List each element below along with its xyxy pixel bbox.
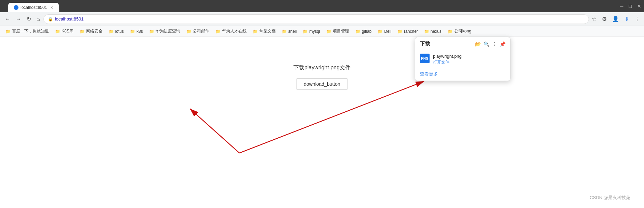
folder-icon: 📁 <box>326 29 331 34</box>
bookmark-label: lotus <box>115 29 124 34</box>
bookmark-label: 百度一下，你就知道 <box>12 28 49 34</box>
tab-title: localhost:8501 <box>21 5 47 10</box>
nav-bar: ← → ↻ ⌂ 🔒 localhost:8501 ☆ ⚙ 👤 ⇓ ⋮ <box>0 12 644 26</box>
bookmark-label: 公司kong <box>454 28 471 34</box>
download-icon[interactable]: ⇓ <box>623 14 630 24</box>
tab-area: localhost:8501 ✕ <box>8 0 617 12</box>
lock-icon: 🔒 <box>48 17 53 22</box>
folder-icon: 📁 <box>5 29 11 34</box>
tab-close-button[interactable]: ✕ <box>50 5 53 10</box>
download-item: PNG playwright.png 打开文件 <box>415 50 510 69</box>
bookmark-huawei-talent[interactable]: 📁 华为人才在线 <box>213 27 249 35</box>
bookmark-label: Dell <box>384 29 391 34</box>
bookmark-label: 华为进度查询 <box>156 28 180 34</box>
bookmark-mysql[interactable]: 📁 mysql <box>300 28 323 35</box>
folder-icon: 📁 <box>130 29 135 34</box>
maximize-icon[interactable]: □ <box>629 3 632 9</box>
download-panel-icons: 📂 🔍 ⋮ 📌 <box>475 41 505 47</box>
back-button[interactable]: ← <box>3 15 12 24</box>
refresh-button[interactable]: ↻ <box>25 14 33 24</box>
folder-icon: 📁 <box>55 29 60 34</box>
folder-icon: 📁 <box>397 29 403 34</box>
home-button[interactable]: ⌂ <box>35 15 42 24</box>
download-filename: playwright.png <box>433 54 462 59</box>
menu-icon[interactable]: ⋮ <box>633 14 641 24</box>
bookmark-project-mgmt[interactable]: 📁 项目管理 <box>324 27 352 35</box>
star-icon[interactable]: ☆ <box>590 14 598 24</box>
bookmark-k8slib[interactable]: 📁 K8S库 <box>52 27 76 35</box>
bookmark-label: 公司邮件 <box>193 28 209 34</box>
bookmark-huawei-progress[interactable]: 📁 华为进度查询 <box>146 27 183 35</box>
folder-open-icon[interactable]: 📂 <box>475 41 481 47</box>
bookmarks-bar: 📁 百度一下，你就知道 📁 K8S库 📁 网络安全 📁 lotus 📁 k8s … <box>0 26 644 37</box>
see-more-link[interactable]: 查看更多 <box>420 71 438 77</box>
address-text: localhost:8501 <box>55 16 84 22</box>
bookmark-label: rancher <box>404 29 418 34</box>
bookmark-company-mail[interactable]: 📁 公司邮件 <box>184 27 212 35</box>
active-tab[interactable]: localhost:8501 ✕ <box>8 3 59 12</box>
folder-icon: 📁 <box>303 29 308 34</box>
bookmark-dell[interactable]: 📁 Dell <box>375 28 394 35</box>
tab-favicon <box>14 5 18 10</box>
nav-right-icons: ☆ ⚙ 👤 ⇓ ⋮ <box>590 14 641 24</box>
bookmark-label: shell <box>288 29 297 34</box>
bookmark-label: k8s <box>136 29 143 34</box>
minimize-icon[interactable]: ─ <box>620 3 623 9</box>
bookmark-label: 项目管理 <box>333 28 349 34</box>
download-button[interactable]: download_button <box>297 78 347 90</box>
svg-line-2 <box>190 109 239 153</box>
bookmark-company-kong[interactable]: 📁 公司kong <box>445 27 474 35</box>
arrow-overlay <box>0 37 644 208</box>
title-bar-icons: ─ □ ✕ <box>620 3 641 9</box>
svg-line-3 <box>239 81 424 153</box>
main-content: 下载playwright.png文件 download_button 下载 <box>0 37 644 208</box>
folder-icon: 📁 <box>424 29 429 34</box>
bookmark-label: 常见文档 <box>259 28 276 34</box>
close-icon[interactable]: ✕ <box>637 3 641 9</box>
bookmark-label: 网络安全 <box>86 28 103 34</box>
folder-icon: 📁 <box>149 29 154 34</box>
open-file-link[interactable]: 打开文件 <box>433 59 462 65</box>
bookmark-shell[interactable]: 📁 shell <box>279 28 300 35</box>
folder-icon: 📁 <box>215 29 221 34</box>
bookmark-label: mysql <box>309 29 320 34</box>
folder-icon: 📁 <box>378 29 383 34</box>
bookmark-label: nexus <box>431 29 442 34</box>
folder-icon: 📁 <box>186 29 192 34</box>
bookmark-gitlab[interactable]: 📁 gitlab <box>353 28 374 35</box>
title-bar: localhost:8501 ✕ ─ □ ✕ <box>0 0 644 12</box>
bookmark-label: K8S库 <box>62 28 74 34</box>
bookmark-nexus[interactable]: 📁 nexus <box>421 28 444 35</box>
folder-icon: 📁 <box>355 29 360 34</box>
download-panel-title: 下载 <box>420 41 430 47</box>
download-more: 查看更多 <box>415 69 510 81</box>
bookmark-common-docs[interactable]: 📁 常见文档 <box>250 27 278 35</box>
forward-button[interactable]: → <box>14 15 23 24</box>
folder-icon: 📁 <box>253 29 258 34</box>
bookmark-rancher[interactable]: 📁 rancher <box>395 28 421 35</box>
more-options-icon[interactable]: ⋮ <box>492 41 497 47</box>
bookmark-label: gitlab <box>362 29 372 34</box>
download-file-info: playwright.png 打开文件 <box>433 54 462 65</box>
address-bar[interactable]: 🔒 localhost:8501 <box>43 14 589 24</box>
bookmark-label: 华为人才在线 <box>222 28 247 34</box>
file-type-icon: PNG <box>420 54 430 63</box>
folder-icon: 📁 <box>282 29 287 34</box>
extension-icon[interactable]: ⚙ <box>601 14 608 24</box>
folder-icon: 📁 <box>80 29 85 34</box>
bookmark-netsec[interactable]: 📁 网络安全 <box>77 27 105 35</box>
download-panel: 下载 📂 🔍 ⋮ 📌 PNG playwright.png 打开文件 查看更多 <box>415 37 511 81</box>
folder-icon: 📁 <box>448 29 453 34</box>
page-wrapper: 下载playwright.png文件 download_button 下载 <box>0 37 644 208</box>
page-title: 下载playwright.png文件 <box>293 64 351 71</box>
download-panel-header: 下载 📂 🔍 ⋮ 📌 <box>415 37 510 50</box>
profile-icon[interactable]: 👤 <box>611 14 620 24</box>
pin-icon[interactable]: 📌 <box>500 41 505 47</box>
bookmark-k8s[interactable]: 📁 k8s <box>127 28 146 35</box>
search-download-icon[interactable]: 🔍 <box>484 41 489 47</box>
folder-icon: 📁 <box>109 29 114 34</box>
bookmark-baidu[interactable]: 📁 百度一下，你就知道 <box>3 27 52 35</box>
watermark: CSDN @景火科技苑 <box>590 195 630 201</box>
bookmark-lotus[interactable]: 📁 lotus <box>106 28 127 35</box>
